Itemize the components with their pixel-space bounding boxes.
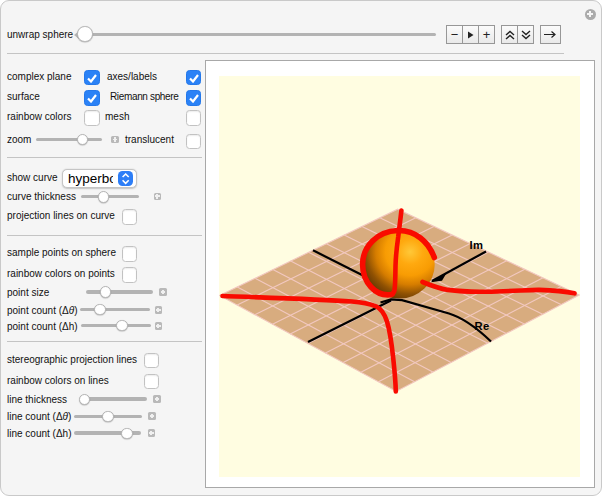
svg-text:Im: Im [470,239,484,251]
svg-text:Re: Re [475,320,490,332]
